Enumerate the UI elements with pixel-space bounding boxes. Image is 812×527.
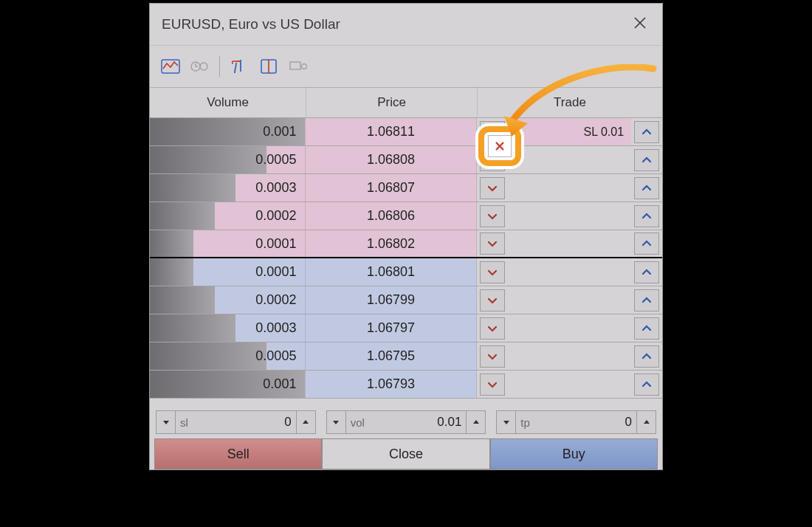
row-collapse-button[interactable]: [634, 289, 659, 311]
row-collapse-button[interactable]: [634, 205, 659, 227]
row-expand-button[interactable]: [480, 261, 505, 283]
triangle-up-icon: [472, 418, 480, 426]
sell-button[interactable]: Sell: [154, 438, 322, 469]
close-button[interactable]: [630, 13, 650, 36]
chart-toggle-icon[interactable]: [160, 58, 181, 75]
vol-increment[interactable]: [466, 411, 485, 433]
row-expand-button[interactable]: [480, 205, 505, 227]
vol-decrement[interactable]: [327, 411, 346, 433]
cell-volume[interactable]: 0.0001: [150, 258, 306, 286]
row-collapse-button[interactable]: [634, 373, 659, 396]
flag-settings-icon[interactable]: [288, 58, 309, 75]
row-collapse-button[interactable]: [634, 317, 659, 340]
row-expand-button[interactable]: [480, 121, 505, 143]
chevron-up-icon: [641, 126, 653, 138]
cell-price[interactable]: 1.06808: [306, 146, 476, 173]
chevron-down-icon: [486, 294, 498, 306]
time-mode-icon[interactable]: [190, 58, 210, 75]
dom-row: 0.00031.06797: [150, 314, 662, 342]
row-expand-button[interactable]: [480, 232, 505, 255]
row-expand-button[interactable]: [480, 373, 505, 396]
row-expand-button[interactable]: [480, 289, 505, 311]
dom-grid: Volume Price Trade 0.0011.06811SL 0.010.…: [150, 88, 662, 399]
sl-decrement[interactable]: [156, 411, 176, 433]
chevron-up-icon: [641, 238, 653, 249]
cell-volume[interactable]: 0.0002: [150, 286, 306, 314]
chevron-down-icon: [486, 323, 498, 334]
volume-value: 0.0005: [255, 348, 296, 364]
cell-action-b: [631, 258, 662, 286]
sl-increment[interactable]: [296, 411, 315, 433]
tp-increment[interactable]: [636, 411, 656, 433]
cell-action-a: [477, 286, 508, 314]
cell-trade: [508, 258, 632, 286]
cell-action-b: [631, 202, 662, 230]
cell-action-a: [477, 371, 508, 398]
action-row: Sell Close Buy: [154, 438, 658, 469]
row-expand-button[interactable]: [480, 345, 505, 368]
cell-trade: [508, 174, 632, 202]
window-title: EURUSD, Euro vs US Dollar: [162, 16, 340, 32]
cell-price[interactable]: 1.06811: [306, 118, 476, 145]
cell-volume[interactable]: 0.0005: [150, 342, 306, 370]
cell-price[interactable]: 1.06795: [306, 342, 476, 370]
tp-decrement[interactable]: [497, 411, 516, 433]
depth-bar: [150, 202, 215, 230]
row-collapse-button[interactable]: [634, 261, 659, 283]
cell-volume[interactable]: 0.001: [150, 118, 306, 145]
depth-bar: [150, 342, 266, 370]
cell-volume[interactable]: 0.0003: [150, 314, 306, 342]
footer: sl 0 vol 0.01 tp 0 Sell Close Buy: [150, 399, 662, 469]
row-collapse-button[interactable]: [634, 177, 659, 199]
spread-icon[interactable]: [229, 58, 250, 75]
tp-spinner: tp 0: [496, 410, 656, 434]
row-collapse-button[interactable]: [634, 345, 659, 368]
cell-trade: [508, 314, 632, 342]
cell-price[interactable]: 1.06806: [306, 202, 476, 230]
row-collapse-button[interactable]: [634, 121, 659, 143]
tp-value[interactable]: 0: [534, 415, 636, 430]
toolbar: [150, 46, 662, 88]
dom-row: 0.0011.06811SL 0.01: [150, 118, 662, 146]
row-expand-button[interactable]: [480, 177, 505, 199]
chevron-up-icon: [641, 323, 653, 334]
chevron-up-icon: [641, 294, 653, 306]
chevron-down-icon: [486, 154, 498, 166]
close-icon: [633, 16, 647, 30]
dom-row: 0.00011.06802: [150, 230, 662, 258]
buy-button[interactable]: Buy: [490, 438, 658, 469]
cell-price[interactable]: 1.06793: [306, 371, 476, 398]
cell-action-a: [477, 146, 508, 173]
cell-price[interactable]: 1.06799: [306, 286, 476, 314]
cell-price[interactable]: 1.06807: [306, 174, 476, 202]
tp-label: tp: [516, 416, 534, 429]
row-expand-button[interactable]: [480, 149, 505, 171]
cell-trade: SL 0.01: [508, 118, 632, 145]
vol-value[interactable]: 0.01: [369, 415, 466, 430]
row-expand-button[interactable]: [480, 317, 505, 340]
cell-volume[interactable]: 0.0001: [150, 230, 306, 257]
cell-volume[interactable]: 0.0005: [150, 146, 306, 173]
volume-value: 0.0002: [255, 208, 296, 224]
cell-action-a: [477, 258, 508, 286]
cell-price[interactable]: 1.06801: [306, 258, 476, 286]
dom-row: 0.00031.06807: [150, 174, 662, 202]
cell-action-a: [477, 174, 508, 202]
sl-label: sl: [176, 416, 193, 429]
cell-trade: [508, 286, 632, 314]
row-collapse-button[interactable]: [634, 149, 659, 171]
cell-volume[interactable]: 0.0002: [150, 202, 306, 230]
row-collapse-button[interactable]: [634, 232, 659, 255]
cell-price[interactable]: 1.06802: [306, 230, 476, 257]
columns-icon[interactable]: [258, 58, 279, 75]
cell-action-a: [477, 230, 508, 257]
cell-volume[interactable]: 0.001: [150, 371, 306, 398]
cell-action-a: [477, 342, 508, 370]
cell-action-b: [631, 286, 662, 314]
cell-price[interactable]: 1.06797: [306, 314, 476, 342]
close-position-button[interactable]: Close: [322, 438, 489, 469]
volume-value: 0.0005: [255, 152, 296, 168]
cell-volume[interactable]: 0.0003: [150, 174, 306, 202]
cell-trade: [508, 146, 632, 173]
sl-value[interactable]: 0: [193, 415, 296, 430]
